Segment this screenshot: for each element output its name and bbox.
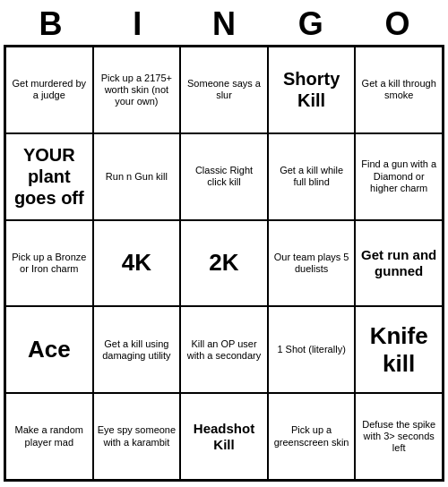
bingo-grid: Get murdered by a judgePick up a 2175+ w… — [4, 45, 444, 482]
bingo-cell-17: Kill an OP user with a secondary — [180, 306, 268, 393]
bingo-cell-23: Pick up a greenscreen skin — [268, 393, 356, 480]
bingo-cell-14: Get run and gunned — [355, 220, 443, 307]
bingo-cell-11: 4K — [93, 220, 181, 307]
bingo-cell-8: Get a kill while full blind — [268, 133, 356, 220]
bingo-cell-7: Classic Right click kill — [180, 133, 268, 220]
bingo-cell-5: YOUR plant goes off — [5, 133, 93, 220]
bingo-cell-20: Make a random player mad — [5, 393, 93, 480]
bingo-cell-13: Our team plays 5 duelists — [268, 220, 356, 307]
bingo-cell-19: Knife kill — [355, 306, 443, 393]
bingo-cell-3: Shorty Kill — [268, 47, 356, 133]
bingo-letter-i: I — [101, 5, 173, 43]
bingo-letter-o: O — [362, 5, 434, 43]
bingo-cell-24: Defuse the spike with 3> seconds left — [355, 393, 443, 480]
bingo-cell-2: Someone says a slur — [180, 47, 268, 133]
bingo-cell-9: Find a gun with a Diamond or higher char… — [355, 133, 443, 220]
bingo-cell-22: Headshot Kill — [180, 393, 268, 480]
bingo-cell-10: Pick up a Bronze or Iron charm — [5, 220, 93, 307]
bingo-cell-12: 2K — [180, 220, 268, 307]
bingo-header: BINGO — [0, 0, 448, 45]
bingo-cell-18: 1 Shot (literally) — [268, 306, 356, 393]
bingo-cell-0: Get murdered by a judge — [5, 47, 93, 133]
bingo-cell-4: Get a kill through smoke — [355, 47, 443, 133]
bingo-cell-15: Ace — [5, 306, 93, 393]
bingo-letter-g: G — [275, 5, 347, 43]
bingo-cell-16: Get a kill using damaging utility — [93, 306, 181, 393]
bingo-letter-n: N — [188, 5, 260, 43]
bingo-cell-21: Eye spy someone with a karambit — [93, 393, 181, 480]
bingo-cell-1: Pick up a 2175+ worth skin (not your own… — [93, 47, 181, 133]
bingo-letter-b: B — [14, 5, 86, 43]
bingo-cell-6: Run n Gun kill — [93, 133, 181, 220]
